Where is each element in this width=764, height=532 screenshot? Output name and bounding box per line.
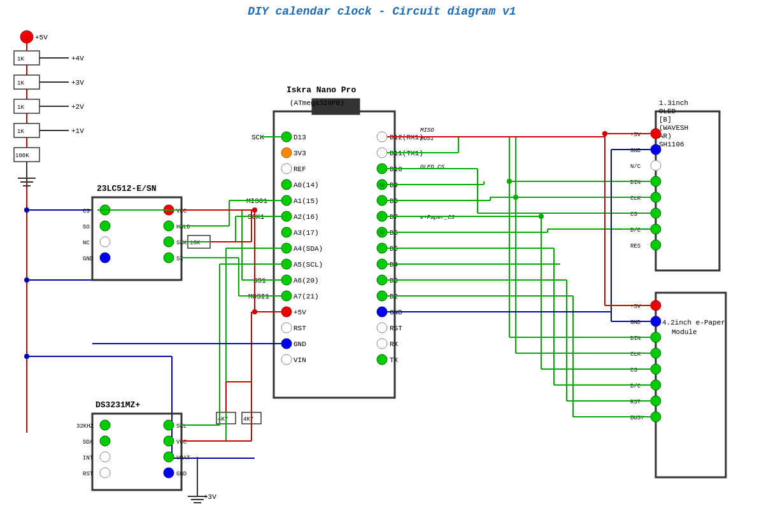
- svg-point-115: [281, 339, 292, 349]
- svg-point-45: [164, 221, 174, 231]
- svg-point-57: [100, 436, 110, 446]
- svg-point-119: [377, 132, 387, 142]
- svg-text:A0(14): A0(14): [294, 181, 319, 189]
- svg-point-137: [377, 243, 387, 253]
- svg-text:OLED_CS: OLED_CS: [420, 164, 444, 171]
- svg-text:NC: NC: [83, 240, 90, 246]
- svg-point-187: [651, 364, 661, 374]
- svg-text:+2V: +2V: [71, 103, 84, 111]
- svg-text:SCK: SCK: [176, 240, 187, 246]
- svg-point-143: [377, 291, 387, 301]
- svg-point-166: [651, 176, 661, 186]
- svg-text:REF: REF: [294, 165, 306, 173]
- svg-point-55: [100, 420, 110, 430]
- svg-text:BUSY: BUSY: [630, 415, 644, 421]
- svg-point-39: [100, 237, 110, 247]
- svg-point-172: [651, 224, 661, 234]
- svg-text:+5V: +5V: [35, 34, 48, 41]
- svg-text:4.2inch e-Paper: 4.2inch e-Paper: [662, 319, 725, 326]
- svg-point-149: [377, 339, 387, 349]
- svg-text:3V3: 3V3: [294, 150, 306, 157]
- svg-text:1K: 1K: [17, 80, 24, 87]
- svg-text:Module: Module: [672, 328, 697, 336]
- svg-text:MISO: MISO: [420, 127, 434, 134]
- svg-text:RX: RX: [390, 340, 399, 348]
- svg-point-125: [377, 164, 387, 174]
- svg-text:+4V: +4V: [71, 55, 84, 62]
- svg-text:VBAT: VBAT: [176, 455, 190, 461]
- svg-point-49: [164, 253, 174, 263]
- svg-text:+5V: +5V: [630, 304, 641, 310]
- svg-point-162: [651, 144, 661, 155]
- svg-text:Iskra Nano Pro: Iskra Nano Pro: [286, 85, 356, 95]
- svg-text:HOLD: HOLD: [176, 224, 190, 230]
- svg-point-255: [252, 309, 257, 314]
- svg-point-109: [281, 291, 292, 301]
- svg-text:+3V: +3V: [204, 493, 216, 501]
- svg-point-132: [377, 211, 387, 221]
- svg-point-141: [377, 275, 387, 285]
- svg-point-164: [651, 160, 661, 171]
- svg-point-170: [651, 208, 661, 218]
- svg-point-96: [281, 211, 292, 221]
- svg-point-59: [100, 452, 110, 462]
- svg-text:RST: RST: [630, 399, 641, 405]
- svg-text:SO: SO: [83, 224, 90, 230]
- svg-text:16K: 16K: [190, 240, 201, 246]
- svg-point-230: [539, 214, 544, 219]
- svg-point-191: [651, 396, 661, 406]
- svg-point-229: [513, 195, 518, 200]
- svg-point-147: [377, 323, 387, 333]
- svg-point-99: [281, 227, 292, 237]
- svg-text:TX: TX: [390, 356, 399, 364]
- svg-text:CS: CS: [630, 211, 637, 218]
- svg-text:+1V: +1V: [71, 127, 84, 135]
- svg-text:A2(16): A2(16): [294, 213, 319, 221]
- svg-text:D/C: D/C: [630, 383, 641, 389]
- svg-point-84: [281, 132, 292, 142]
- svg-text:1K: 1K: [17, 104, 24, 111]
- svg-point-273: [602, 131, 607, 136]
- svg-point-139: [377, 259, 387, 269]
- svg-text:CS: CS: [630, 367, 637, 374]
- svg-point-256: [252, 207, 257, 213]
- svg-point-91: [281, 179, 292, 190]
- svg-point-160: [651, 129, 661, 139]
- svg-point-226: [507, 179, 512, 184]
- svg-point-193: [651, 412, 661, 422]
- svg-point-183: [651, 332, 661, 342]
- svg-text:DS3231MZ+: DS3231MZ+: [96, 400, 140, 410]
- svg-text:(ATmega328PB): (ATmega328PB): [290, 99, 344, 107]
- svg-point-106: [281, 275, 292, 285]
- svg-point-65: [164, 436, 174, 446]
- svg-point-117: [281, 354, 292, 365]
- svg-text:SI: SI: [176, 256, 183, 262]
- svg-point-151: [377, 354, 387, 365]
- svg-point-103: [281, 259, 292, 269]
- svg-point-181: [651, 316, 661, 326]
- svg-text:1.3inch: 1.3inch: [659, 99, 688, 107]
- svg-text:A6(20): A6(20): [294, 277, 319, 284]
- svg-text:OLED: OLED: [659, 108, 676, 115]
- circuit-diagram: DIY calendar clock - Circuit diagram v1 …: [0, 0, 764, 532]
- svg-text:RST: RST: [83, 471, 94, 477]
- svg-text:GND: GND: [630, 148, 640, 154]
- svg-text:SDA: SDA: [83, 439, 94, 445]
- svg-text:RES: RES: [630, 243, 640, 249]
- svg-point-277: [379, 230, 385, 235]
- svg-rect-80: [274, 111, 395, 398]
- svg-point-61: [100, 468, 110, 478]
- svg-text:GND: GND: [294, 340, 306, 348]
- svg-text:[B]: [B]: [659, 116, 672, 123]
- svg-text:CLK: CLK: [630, 351, 641, 358]
- svg-point-179: [651, 300, 661, 311]
- svg-text:+3V: +3V: [71, 79, 84, 87]
- svg-point-174: [651, 240, 661, 250]
- svg-point-69: [164, 468, 174, 478]
- svg-text:RST: RST: [390, 325, 402, 332]
- svg-point-168: [651, 192, 661, 202]
- svg-point-111: [281, 307, 292, 317]
- svg-text:VIN: VIN: [294, 356, 306, 364]
- svg-text:A4(SDA): A4(SDA): [294, 245, 323, 253]
- svg-text:A1(15): A1(15): [294, 197, 319, 205]
